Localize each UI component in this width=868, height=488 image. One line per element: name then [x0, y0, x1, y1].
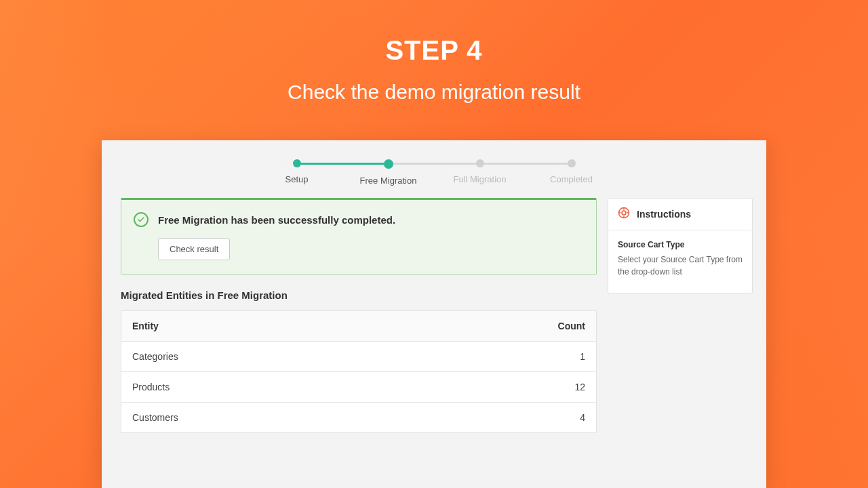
cell-entity: Products — [132, 382, 170, 392]
step-connector — [480, 163, 572, 165]
cell-entity: Customers — [132, 412, 178, 423]
col-entity: Entity — [132, 321, 159, 331]
col-count: Count — [558, 321, 585, 331]
step-label: Completed — [550, 174, 593, 184]
check-result-button[interactable]: Check result — [158, 238, 230, 260]
page-subtitle: Check the demo migration result — [0, 81, 868, 104]
instructions-card: Instructions Source Cart Type Select you… — [608, 198, 753, 293]
step-dot-icon — [293, 159, 301, 167]
step-label: Free Migration — [360, 176, 417, 186]
cell-entity: Categories — [132, 351, 178, 362]
alert-message: Free Migration has been successfully com… — [158, 214, 395, 226]
check-circle-icon — [134, 212, 149, 227]
step-dot-icon — [476, 159, 484, 167]
lifebuoy-icon — [618, 207, 630, 222]
svg-point-1 — [622, 211, 626, 215]
step-connector — [297, 163, 389, 165]
step-number: STEP 4 — [0, 35, 868, 66]
table-header-row: Entity Count — [121, 311, 596, 342]
cell-count: 4 — [580, 412, 585, 423]
section-title: Migrated Entities in Free Migration — [121, 289, 597, 301]
main-panel: Setup Free Migration Full Migration Comp… — [102, 140, 766, 488]
step-label: Setup — [285, 174, 309, 184]
entities-table: Entity Count Categories 1 Products 12 Cu… — [121, 310, 597, 433]
success-alert: Free Migration has been successfully com… — [121, 198, 597, 274]
instructions-label: Source Cart Type — [618, 240, 743, 249]
table-row: Products 12 — [121, 372, 596, 403]
step-dot-icon — [568, 159, 576, 167]
step-connector — [389, 163, 480, 165]
step-dot-icon — [384, 159, 393, 169]
instructions-title: Instructions — [637, 209, 691, 220]
progress-stepper: Setup Free Migration Full Migration Comp… — [102, 140, 766, 186]
cell-count: 12 — [574, 382, 585, 392]
step-setup[interactable]: Setup — [251, 159, 342, 184]
instructions-text: Select your Source Cart Type from the dr… — [618, 253, 743, 278]
table-row: Customers 4 — [121, 403, 596, 432]
table-row: Categories 1 — [121, 342, 596, 372]
cell-count: 1 — [580, 351, 585, 362]
step-label: Full Migration — [453, 174, 506, 184]
